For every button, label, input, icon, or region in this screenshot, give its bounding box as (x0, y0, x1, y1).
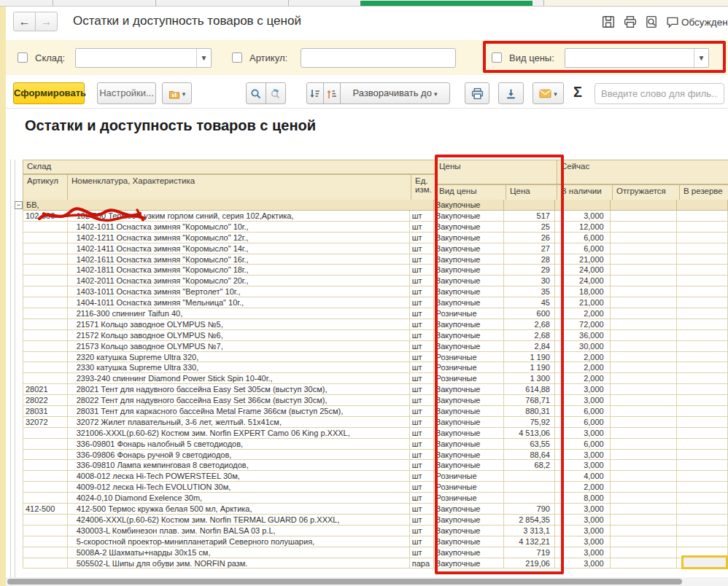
cell-unit: шт (410, 352, 434, 363)
table-row[interactable]: 1402-2011 Оснастка зимняя "Коромысло" 20… (10, 276, 728, 286)
chevron-down-icon[interactable]: ▼ (694, 49, 708, 67)
cell-in-stock: 3,000 (555, 526, 611, 536)
table-row[interactable]: 2393-240 спиннинг Diamond Power Stick Sp… (10, 373, 728, 384)
table-row[interactable]: 336-09806 Фонарь ручной 9 светодиодов,шт… (10, 450, 728, 461)
totals-sigma-button[interactable]: Σ (573, 84, 582, 101)
table-row[interactable]: 1404-1011 Оснастка зимняя "Мельница" 10г… (10, 297, 728, 308)
report-variants-button[interactable]: ▾ (162, 82, 192, 104)
table-row[interactable]: 412-500412-500 Термос кружка белая 500 м… (10, 504, 728, 515)
table-row[interactable]: 4009-012 леска Hi-Tech EVOLUTION 30м,штР… (10, 482, 728, 493)
table-row[interactable]: 5008А-2 Шахматы+нарды 30х15 см,штЗакупоч… (10, 547, 728, 558)
table-row[interactable]: 1402-1011 Оснастка зимняя "Коромысло" 10… (10, 222, 728, 233)
discussions-label[interactable]: Обсужден (681, 17, 728, 28)
cell-in-stock: 6,000 (555, 243, 611, 254)
table-row[interactable]: 21571 Кольцо заводное OLYMPUS №5,штЗакуп… (10, 319, 728, 330)
expand-to-button[interactable]: Разворачивать до▾ (340, 82, 450, 104)
price-type-combo[interactable]: ▼ (565, 48, 709, 68)
table-row[interactable]: 424006-XXXL(р.60-62) Костюм зим. Norfin … (10, 515, 728, 526)
chevron-down-icon: ▾ (554, 90, 557, 98)
cell-price-type: Розничные (434, 373, 505, 384)
cell-unit: шт (410, 373, 434, 384)
cell-price: 26 (504, 233, 555, 243)
back-button[interactable]: ← (13, 12, 36, 31)
row-gutter (10, 536, 23, 547)
table-row[interactable]: 21573 Кольцо заводное OLYMPUS №7,штЗакуп… (10, 341, 728, 352)
table-row[interactable]: 5-скоростной проектор-минипланетарий Сев… (10, 536, 728, 547)
article-input[interactable] (301, 48, 456, 68)
group-row[interactable]: БВ, Закупочные (10, 200, 728, 211)
table-row[interactable]: 3207232072 Жилет плавательный, 3-6 лет, … (10, 417, 728, 428)
mail-button[interactable]: ▾ (533, 82, 564, 104)
sort-descending-button[interactable] (306, 82, 324, 104)
save-icon[interactable] (602, 15, 615, 28)
table-row[interactable]: 4008-012 леска Hi-Tech POWERSTEEL 30м,шт… (10, 471, 728, 482)
active-tab-indicator[interactable] (360, 1, 533, 6)
settings-button[interactable]: Настройки... (97, 82, 156, 104)
cell-price-type: Розничные (434, 471, 505, 482)
table-row[interactable]: 1402-1411 Оснастка зимняя "Коромысло" 14… (10, 243, 728, 254)
collapse-group-button[interactable]: − (15, 201, 23, 209)
table-row[interactable]: 102-500102-500 Термос с узким горлом син… (10, 211, 728, 222)
cell-price-type: Закупочные (434, 233, 505, 243)
search-reset-button[interactable] (266, 82, 286, 104)
cell-shipping (611, 417, 678, 428)
table-row[interactable]: 336-09801 Фонарь налобный 5 светодиодов,… (10, 439, 728, 450)
print-icon[interactable] (624, 15, 637, 28)
selected-cell[interactable] (681, 555, 728, 569)
discussions-icon[interactable] (666, 15, 679, 28)
table-row[interactable]: 1403-1011 Оснастка зимняя "Вертолет" 10г… (10, 286, 728, 297)
warehouse-combo[interactable]: ▼ (75, 48, 212, 68)
table-row[interactable]: 4024-0,10 Diamond Exelence 30m,штРозничн… (10, 493, 728, 504)
cell-reserved (677, 515, 728, 526)
cell-artikul (23, 536, 68, 547)
header-prices[interactable]: Цены (435, 160, 557, 184)
chevron-down-icon[interactable]: ▼ (196, 49, 211, 67)
table-row[interactable]: 2802128021 Тент для надувного бассейна E… (10, 384, 728, 395)
table-row[interactable]: 505502-L Шипы для обуви зим. NORFIN разм… (10, 558, 728, 569)
table-row[interactable]: 2116-300 спиннинг Taifun 40,штРозничные6… (10, 308, 728, 319)
horizontal-scrollbar-thumb[interactable] (7, 579, 682, 585)
download-button[interactable] (498, 82, 524, 104)
table-row[interactable]: 2802228022 Тент для надувного бассейна E… (10, 395, 728, 406)
table-row[interactable]: 1402-1611 Оснастка зимняя "Коромысло" 16… (10, 254, 728, 265)
generate-button[interactable]: Сформировать (13, 82, 85, 104)
row-gutter (10, 341, 23, 352)
preview-icon[interactable] (645, 15, 658, 28)
row-gutter (10, 297, 23, 308)
table-row[interactable]: 336-09810 Лампа кемпинговая 8 светодиодо… (10, 460, 728, 471)
cell-nomenclature: 1402-1611 Оснастка зимняя "Коромысло" 16… (68, 254, 410, 265)
cell-artikul (23, 330, 68, 341)
cell-shipping (611, 265, 678, 276)
search-button[interactable] (246, 82, 266, 104)
group-in-stock (555, 200, 611, 211)
cell-nomenclature: 1402-2011 Оснастка зимняя "Коромысло" 20… (68, 276, 410, 286)
table-row[interactable]: 2330 катушка Supreme Ultra 330,штРозничн… (10, 362, 728, 373)
header-now[interactable]: Сейчас (557, 160, 728, 184)
price-type-checkbox[interactable] (492, 52, 502, 63)
cell-nomenclature: 2393-240 спиннинг Diamond Power Stick Sp… (68, 373, 410, 384)
cell-shipping (611, 547, 678, 558)
toolbar-print-button[interactable] (465, 82, 489, 104)
header-sklad[interactable]: Склад (23, 160, 435, 174)
cell-unit: шт (410, 254, 434, 265)
table-row[interactable]: 1402-1211 Оснастка зимняя "Коромысло" 12… (10, 233, 728, 243)
sort-ascending-button[interactable] (323, 82, 341, 104)
table-row[interactable]: 430003-L Комбинезон плав. зим. Norfin BA… (10, 526, 728, 536)
table-row[interactable]: 21572 Кольцо заводное OLYMPUS №6,штЗакуп… (10, 330, 728, 341)
cell-price-type: Закупочные (434, 254, 505, 265)
cell-shipping (611, 536, 678, 547)
table-row[interactable]: 2320 катушка Supreme Ultra 320,штРозничн… (10, 352, 728, 363)
forward-button[interactable]: → (35, 12, 58, 31)
warehouse-checkbox[interactable] (18, 52, 28, 63)
cell-unit: шт (410, 362, 434, 373)
cell-price-type: Закупочные (434, 384, 505, 395)
table-row[interactable]: 321006-XXXL(р.60-62) Костюм зим. Norfin … (10, 428, 728, 439)
quick-filter-input[interactable] (595, 83, 724, 104)
article-checkbox[interactable] (232, 52, 242, 63)
cell-in-stock: 4,000 (555, 471, 611, 482)
cell-artikul (23, 243, 68, 254)
table-row[interactable]: 1402-1811 Оснастка зимняя "Коромысло" 18… (10, 265, 728, 276)
cell-reserved (677, 222, 728, 233)
cell-shipping (611, 297, 678, 308)
table-row[interactable]: 2803128031 Тент для каркасного бассейна … (10, 406, 728, 417)
